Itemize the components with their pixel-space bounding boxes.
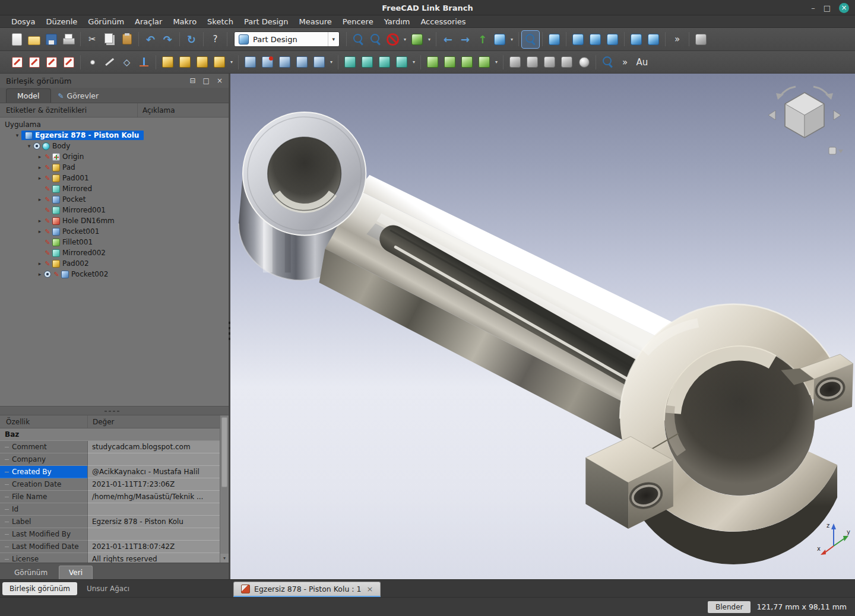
property-row[interactable]: Last Modified Date 2021-01-11T18:07:42Z bbox=[0, 541, 220, 553]
boolean-icon[interactable] bbox=[506, 53, 524, 71]
property-value[interactable]: studycadcam.blogspot.com bbox=[88, 441, 220, 453]
property-value[interactable]: 2021-01-11T17:23:06Z bbox=[88, 478, 220, 491]
fillet-icon[interactable] bbox=[424, 53, 441, 71]
view-isometric-icon[interactable] bbox=[546, 31, 563, 48]
link-dropdown-icon[interactable]: ▾ bbox=[508, 31, 515, 48]
menu-item[interactable]: Görünüm bbox=[83, 17, 129, 26]
tab-model[interactable]: Model bbox=[6, 88, 51, 103]
property-value[interactable]: Egzersiz 878 - Piston Kolu bbox=[88, 516, 220, 528]
pad-icon[interactable] bbox=[159, 53, 176, 71]
subtractive-pipe-icon[interactable] bbox=[311, 53, 328, 71]
nav-style-chip[interactable]: Blender bbox=[708, 601, 751, 613]
measure-icon[interactable] bbox=[692, 31, 710, 48]
view-rear-icon[interactable] bbox=[628, 31, 645, 48]
tree-item[interactable]: ▸ Pocket002 bbox=[0, 269, 229, 280]
property-row[interactable]: Label Egzersiz 878 - Piston Kolu bbox=[0, 516, 220, 528]
whats-this-icon[interactable]: ? bbox=[207, 31, 224, 48]
dock-tab-combo-view[interactable]: Birleşik görünüm bbox=[2, 582, 77, 595]
save-icon[interactable] bbox=[43, 31, 60, 48]
float-panel-icon[interactable]: □ bbox=[203, 77, 210, 85]
property-name[interactable]: Company bbox=[0, 453, 88, 466]
tree-item[interactable]: ▸ Pocket001 bbox=[0, 226, 229, 237]
property-value[interactable]: @AcikKaynakcı - Mustafa Halil bbox=[88, 466, 220, 478]
mirrored-icon[interactable] bbox=[341, 53, 359, 71]
expander-icon[interactable]: ▸ bbox=[36, 175, 44, 181]
nav-back-icon[interactable]: ← bbox=[439, 31, 457, 48]
datum-line-icon[interactable] bbox=[101, 53, 118, 71]
toolbar-overflow-icon[interactable]: » bbox=[669, 31, 686, 48]
property-value[interactable] bbox=[88, 503, 220, 516]
dock-tab-dag-view[interactable]: Unsur Ağacı bbox=[80, 582, 137, 595]
menu-item[interactable]: Accessories bbox=[415, 17, 471, 26]
property-value[interactable]: 2021-01-11T18:07:42Z bbox=[88, 541, 220, 553]
expander-icon[interactable]: ▸ bbox=[36, 154, 44, 160]
toolbar2-overflow-icon[interactable]: » bbox=[616, 53, 634, 71]
property-name[interactable]: Comment bbox=[0, 441, 88, 453]
tree-item[interactable]: ▸ Origin bbox=[0, 151, 229, 162]
tree-item[interactable]: Fillet001 bbox=[0, 237, 229, 247]
draft-icon[interactable] bbox=[458, 53, 476, 71]
expander-icon[interactable]: ▸ bbox=[36, 228, 44, 234]
subtractive-dropdown-icon[interactable]: ▾ bbox=[328, 53, 335, 71]
involute-gear-icon[interactable] bbox=[558, 53, 575, 71]
expander-icon[interactable]: ▾ bbox=[25, 143, 33, 149]
view-left-icon[interactable] bbox=[645, 31, 662, 48]
dressup-dropdown-icon[interactable]: ▾ bbox=[493, 53, 500, 71]
menu-item[interactable]: Sketch bbox=[202, 17, 239, 26]
expander-icon[interactable]: ▸ bbox=[36, 218, 44, 224]
refresh-icon[interactable]: ↻ bbox=[183, 31, 200, 48]
menu-item[interactable]: Makro bbox=[167, 17, 202, 26]
selection-view-icon[interactable] bbox=[408, 31, 426, 48]
menu-item[interactable]: Araçlar bbox=[129, 17, 167, 26]
datum-plane-icon[interactable]: ◇ bbox=[118, 53, 135, 71]
property-name[interactable]: Id bbox=[0, 503, 88, 516]
property-row[interactable]: License All rights reserved bbox=[0, 553, 220, 563]
menu-item[interactable]: Düzenle bbox=[40, 17, 83, 26]
document-tab[interactable]: Egzersiz 878 - Piston Kolu : 1 × bbox=[233, 582, 381, 597]
additive-dropdown-icon[interactable]: ▾ bbox=[228, 53, 235, 71]
revolution-icon[interactable] bbox=[176, 53, 194, 71]
edit-sketch-icon[interactable] bbox=[26, 53, 43, 71]
transform-dropdown-icon[interactable]: ▾ bbox=[410, 53, 417, 71]
pocket-icon[interactable] bbox=[242, 53, 259, 71]
chevron-down-icon[interactable]: ▾ bbox=[328, 32, 335, 46]
navigation-cube[interactable] bbox=[760, 84, 849, 161]
tab-tasks[interactable]: ✎ Görevler bbox=[51, 89, 106, 103]
redo-icon[interactable]: ↷ bbox=[159, 31, 176, 48]
property-value[interactable] bbox=[88, 528, 220, 541]
tab-data[interactable]: Veri bbox=[59, 566, 93, 579]
property-name[interactable]: Created By bbox=[0, 466, 88, 478]
expander-icon[interactable]: ▸ bbox=[36, 164, 44, 170]
linear-pattern-icon[interactable] bbox=[359, 53, 376, 71]
shaft-wizard-icon[interactable] bbox=[541, 53, 558, 71]
nav-up-icon[interactable]: ↑ bbox=[474, 31, 491, 48]
tree-item[interactable]: Mirrored001 bbox=[0, 205, 229, 215]
property-row[interactable]: Id bbox=[0, 503, 220, 516]
migrate-icon[interactable] bbox=[524, 53, 541, 71]
property-name[interactable]: File Name bbox=[0, 491, 88, 503]
tree-item[interactable]: Mirrored002 bbox=[0, 247, 229, 258]
thickness-icon[interactable] bbox=[476, 53, 493, 71]
box-zoom-icon[interactable] bbox=[522, 31, 539, 48]
tree-item-document[interactable]: ▾ Egzersiz 878 - Piston Kolu bbox=[0, 130, 229, 141]
property-row[interactable]: Last Modified By bbox=[0, 528, 220, 541]
selection-dropdown-icon[interactable]: ▾ bbox=[426, 31, 433, 48]
create-sketch-icon[interactable] bbox=[8, 53, 26, 71]
maximize-icon[interactable]: □ bbox=[824, 4, 831, 12]
property-group[interactable]: Baz bbox=[0, 428, 220, 441]
view-top-icon[interactable] bbox=[587, 31, 604, 48]
property-value[interactable]: /home/mhg/Masaüstü/Teknik ... bbox=[88, 491, 220, 503]
minimize-icon[interactable]: – bbox=[811, 4, 815, 12]
property-row[interactable]: Company bbox=[0, 453, 220, 466]
groove-icon[interactable] bbox=[276, 53, 293, 71]
property-row[interactable]: File Name /home/mhg/Masaüstü/Teknik ... bbox=[0, 491, 220, 503]
menu-item[interactable]: Yardım bbox=[379, 17, 416, 26]
copy-icon[interactable] bbox=[101, 31, 118, 48]
hole-icon[interactable] bbox=[259, 53, 276, 71]
property-name[interactable]: Last Modified Date bbox=[0, 541, 88, 553]
clipping-dropdown-icon[interactable]: ▾ bbox=[401, 31, 408, 48]
datum-point-icon[interactable] bbox=[84, 53, 101, 71]
tree-item-body[interactable]: ▾ Body bbox=[0, 141, 229, 151]
tab-view[interactable]: Görünüm bbox=[5, 566, 57, 579]
nav-forward-icon[interactable]: → bbox=[457, 31, 474, 48]
